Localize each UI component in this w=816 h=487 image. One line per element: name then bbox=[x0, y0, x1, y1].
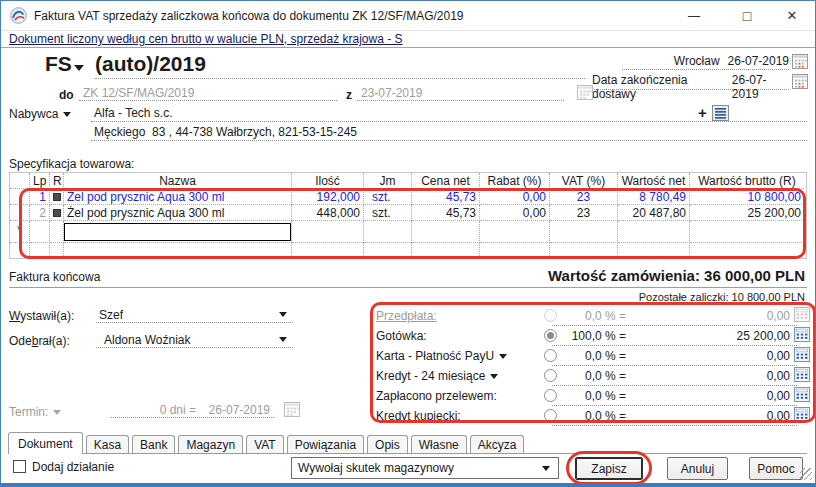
payment-label-przedplata[interactable]: Przedpłata: bbox=[376, 309, 437, 323]
issue-date-calendar-icon[interactable] bbox=[792, 54, 808, 69]
payment-label-kredyt-kupiecki[interactable]: Kredyt kupiecki: bbox=[376, 409, 461, 423]
tab-powiazania[interactable]: Powiązania bbox=[287, 435, 364, 454]
cell-unit[interactable]: szt. bbox=[364, 189, 412, 205]
payment-percent[interactable]: 100,0 % = bbox=[558, 329, 626, 343]
receiver-field[interactable]: Aldona Woźniak bbox=[96, 331, 293, 348]
buyer-selector[interactable]: Nabywca bbox=[9, 107, 71, 121]
cell-discount[interactable]: 0,00 bbox=[480, 205, 550, 221]
cell-name[interactable]: Żel pod prysznic Aqua 300 ml bbox=[64, 189, 292, 205]
col-header-unit[interactable]: Jm bbox=[364, 173, 412, 189]
cell-gross[interactable]: 25 200,00 bbox=[690, 205, 804, 221]
issuer-field[interactable]: Szef bbox=[96, 306, 293, 323]
delivery-end-date[interactable]: 26-07-2019 bbox=[732, 73, 789, 89]
payment-percent[interactable]: 0,0 % = bbox=[558, 349, 626, 363]
buyer-address-field[interactable]: Męckiego 83 , 44-738 Wałbrzych, 821-53-1… bbox=[91, 124, 807, 141]
payment-kredyt-dropdown-icon[interactable] bbox=[490, 374, 498, 379]
calculator-icon[interactable] bbox=[794, 407, 810, 422]
tab-kasa[interactable]: Kasa bbox=[86, 435, 129, 454]
col-header-r[interactable]: R bbox=[50, 173, 64, 189]
tab-vat[interactable]: VAT bbox=[246, 435, 284, 454]
col-header-name[interactable]: Nazwa bbox=[64, 173, 292, 189]
add-action-checkbox[interactable] bbox=[13, 460, 26, 473]
col-header-gross[interactable]: Wartość brutto (R) bbox=[690, 173, 804, 189]
cell-unit[interactable]: szt. bbox=[364, 205, 412, 221]
payment-percent[interactable]: 0,0 % = bbox=[558, 409, 626, 423]
add-buyer-button[interactable]: + bbox=[698, 104, 707, 121]
issue-date[interactable]: 26-07-2019 bbox=[728, 54, 789, 69]
payment-label-kredyt-24[interactable]: Kredyt - 24 miesiące bbox=[376, 369, 498, 383]
payment-amount[interactable]: 0,00 bbox=[630, 389, 790, 403]
calculator-icon[interactable] bbox=[794, 327, 810, 342]
calculator-icon[interactable] bbox=[794, 347, 810, 362]
cell-qty[interactable]: 192,000 bbox=[292, 189, 364, 205]
col-header-net[interactable]: Wartość net bbox=[618, 173, 690, 189]
buyer-dropdown-icon[interactable] bbox=[63, 112, 71, 117]
row-margin[interactable] bbox=[10, 189, 30, 205]
payment-label-karta[interactable]: Karta - Płatność PayU bbox=[376, 349, 507, 363]
payment-radio-przelew[interactable] bbox=[544, 389, 557, 402]
col-header-discount[interactable]: Rabat (%) bbox=[480, 173, 550, 189]
source-document-field[interactable]: ZK 12/SF/MAG/2019 bbox=[79, 86, 337, 101]
payment-label-przelew[interactable]: Zapłacono przelewem: bbox=[376, 389, 497, 403]
close-button[interactable]: ✕ bbox=[776, 5, 808, 27]
cell-vat[interactable]: 23 bbox=[550, 189, 618, 205]
new-item-name-input[interactable] bbox=[64, 223, 291, 241]
warehouse-effect-select[interactable]: Wywołaj skutek magazynowy bbox=[291, 457, 559, 479]
cell-price[interactable]: 45,73 bbox=[412, 205, 480, 221]
payment-percent[interactable]: 0,0 % = bbox=[558, 309, 626, 323]
tab-akcyza[interactable]: Akcyza bbox=[470, 435, 525, 454]
payment-radio-gotowka[interactable] bbox=[544, 329, 557, 342]
calculator-icon[interactable] bbox=[794, 367, 810, 382]
payment-radio-przedplata[interactable] bbox=[544, 309, 557, 322]
calculator-icon[interactable] bbox=[794, 387, 810, 402]
help-button[interactable]: Pomoc bbox=[749, 457, 803, 480]
payment-amount[interactable]: 0,00 bbox=[630, 309, 790, 323]
warehouse-effect-dropdown-icon[interactable] bbox=[542, 466, 550, 471]
cell-net[interactable]: 20 487,80 bbox=[618, 205, 690, 221]
col-header-vat[interactable]: VAT (%) bbox=[550, 173, 618, 189]
payment-percent[interactable]: 0,0 % = bbox=[558, 389, 626, 403]
delivery-end-field[interactable]: Data zakończenia dostawy 26-07-2019 bbox=[592, 73, 789, 90]
source-document-date-field[interactable]: 23-07-2019 bbox=[357, 86, 564, 101]
cell-discount[interactable]: 0,00 bbox=[480, 189, 550, 205]
col-header-qty[interactable]: Ilość bbox=[292, 173, 364, 189]
items-table[interactable]: Lp R Nazwa Ilość Jm Cena net Rabat (%) V… bbox=[9, 172, 807, 259]
cell-lp[interactable]: 1 bbox=[30, 189, 50, 205]
delivery-end-calendar-icon[interactable] bbox=[792, 74, 808, 89]
payment-radio-kredyt-kupiecki[interactable] bbox=[544, 409, 557, 422]
cell-lp[interactable]: 2 bbox=[30, 205, 50, 221]
resize-grip[interactable] bbox=[800, 468, 812, 480]
doc-type-selector[interactable]: FS bbox=[45, 52, 84, 78]
save-button[interactable]: Zapisz bbox=[575, 457, 643, 480]
issue-city[interactable]: Wrocław bbox=[674, 54, 720, 69]
col-header-price[interactable]: Cena net bbox=[412, 173, 480, 189]
payment-amount[interactable]: 0,00 bbox=[630, 369, 790, 383]
payment-label-gotowka[interactable]: Gotówka: bbox=[376, 329, 427, 343]
cell-price[interactable]: 45,73 bbox=[412, 189, 480, 205]
payment-amount[interactable]: 0,00 bbox=[630, 409, 790, 423]
cancel-button[interactable]: Anuluj bbox=[667, 457, 728, 480]
payment-radio-kredyt-24[interactable] bbox=[544, 369, 557, 382]
cell-name[interactable]: Żel pod prysznic Aqua 300 ml bbox=[64, 205, 292, 221]
issuer-dropdown-icon[interactable] bbox=[279, 312, 287, 317]
cell-net[interactable]: 8 780,49 bbox=[618, 189, 690, 205]
cell-qty[interactable]: 448,000 bbox=[292, 205, 364, 221]
minimize-button[interactable]: — bbox=[679, 5, 709, 27]
payment-percent[interactable]: 0,0 % = bbox=[558, 369, 626, 383]
tab-wlasne[interactable]: Własne bbox=[411, 435, 467, 454]
tab-opis[interactable]: Opis bbox=[367, 435, 408, 454]
payment-amount[interactable]: 0,00 bbox=[630, 349, 790, 363]
cell-vat[interactable]: 23 bbox=[550, 205, 618, 221]
payment-amount[interactable]: 25 200,00 bbox=[630, 329, 790, 343]
doc-type-dropdown-icon[interactable] bbox=[74, 65, 84, 71]
receiver-dropdown-icon[interactable] bbox=[279, 337, 287, 342]
buyer-list-icon[interactable] bbox=[712, 105, 729, 121]
row-margin[interactable] bbox=[10, 205, 30, 221]
doc-number-field[interactable]: (auto)/2019 bbox=[95, 51, 585, 79]
payment-karta-dropdown-icon[interactable] bbox=[499, 354, 507, 359]
pricing-mode-link[interactable]: Dokument liczony według cen brutto w wal… bbox=[9, 32, 403, 46]
issue-place-date-field[interactable]: Wrocław 26-07-2019 bbox=[622, 54, 789, 70]
col-header-lp[interactable]: Lp bbox=[30, 173, 50, 189]
tab-dokument[interactable]: Dokument bbox=[8, 432, 83, 454]
buyer-name-field[interactable]: Alfa - Tech s.c. + bbox=[91, 104, 807, 122]
